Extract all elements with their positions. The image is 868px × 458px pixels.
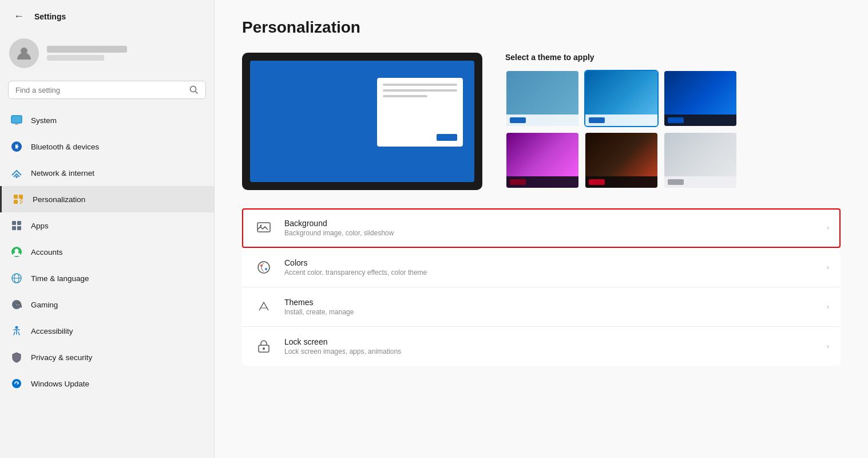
sidebar-item-label-accounts: Accounts	[31, 248, 63, 256]
sidebar-header: ← Settings	[0, 0, 214, 33]
pen-icon	[12, 193, 25, 206]
sidebar-item-privacy[interactable]: Privacy & security	[0, 344, 214, 370]
settings-name-themes: Themes	[284, 298, 354, 307]
sidebar-item-label-apps: Apps	[31, 222, 49, 230]
sidebar-item-network[interactable]: Network & internet	[0, 160, 214, 186]
search-input[interactable]	[15, 86, 185, 94]
svg-rect-8	[19, 195, 23, 199]
settings-text-lock-screen: Lock screen Lock screen images, apps, an…	[284, 337, 401, 356]
preview-line-3	[383, 95, 427, 97]
settings-item-lock-screen[interactable]: Lock screen Lock screen images, apps, an…	[242, 327, 841, 366]
svg-rect-3	[11, 116, 22, 123]
accounts-icon	[10, 246, 23, 258]
settings-item-themes[interactable]: Themes Install, create, manage ›	[242, 287, 841, 327]
theme-card-6[interactable]	[663, 132, 738, 189]
svg-line-2	[196, 92, 198, 94]
settings-name-background: Background	[284, 219, 394, 228]
sidebar-item-time[interactable]: Time & language	[0, 265, 214, 291]
chevron-themes: ›	[827, 303, 829, 311]
colors-icon	[253, 257, 274, 278]
theme-mini-bar-1	[506, 114, 578, 126]
theme-card-bg-3	[664, 71, 736, 126]
preview-line-1	[383, 84, 457, 86]
sidebar-item-gaming[interactable]: 🎮 Gaming	[0, 291, 214, 318]
theme-mini-bar-2	[585, 114, 657, 126]
sidebar-item-label-system: System	[31, 116, 57, 125]
sidebar-item-windows-update[interactable]: Windows Update	[0, 370, 214, 397]
sidebar-item-label-network: Network & internet	[31, 169, 94, 177]
sidebar-item-personalization[interactable]: Personalization	[0, 186, 214, 212]
apps-icon	[10, 219, 23, 232]
settings-list: Background Background image, color, slid…	[242, 208, 841, 366]
settings-item-colors[interactable]: Colors Accent color, transparency effect…	[242, 248, 841, 287]
theme-select-label: Select a theme to apply	[505, 53, 841, 62]
settings-item-background[interactable]: Background Background image, color, slid…	[242, 208, 841, 248]
theme-card-5[interactable]	[584, 132, 659, 189]
svg-rect-10	[12, 221, 16, 225]
theme-select-section: Select a theme to apply	[505, 53, 841, 190]
background-icon	[253, 218, 274, 238]
svg-rect-13	[17, 226, 21, 230]
settings-text-background: Background Background image, color, slid…	[284, 219, 394, 237]
theme-mini-btn-5	[589, 179, 605, 185]
theme-grid	[505, 70, 841, 189]
theme-mini-bar-3	[664, 114, 736, 126]
settings-desc-themes: Install, create, manage	[284, 308, 354, 316]
theme-mini-bar-5	[585, 176, 657, 188]
theme-card-1[interactable]	[505, 70, 580, 127]
preview-window	[377, 78, 463, 147]
theme-card-2[interactable]	[584, 70, 659, 127]
sidebar-item-label-time: Time & language	[31, 274, 89, 283]
search-box[interactable]	[8, 81, 206, 99]
network-icon	[10, 167, 23, 179]
update-icon	[10, 377, 23, 390]
page-title: Personalization	[242, 18, 841, 37]
user-section[interactable]	[0, 33, 214, 77]
settings-name-lock-screen: Lock screen	[284, 337, 401, 346]
sidebar-item-accounts[interactable]: Accounts	[0, 239, 214, 265]
settings-desc-background: Background image, color, slideshow	[284, 229, 394, 237]
sidebar-item-bluetooth[interactable]: Bluetooth & devices	[0, 133, 214, 160]
sidebar-item-label-bluetooth: Bluetooth & devices	[31, 143, 99, 151]
back-button[interactable]: ←	[9, 8, 29, 25]
settings-name-colors: Colors	[284, 258, 427, 267]
svg-point-29	[263, 348, 265, 350]
gaming-icon: 🎮	[10, 298, 23, 311]
svg-rect-7	[14, 195, 18, 199]
svg-point-24	[260, 225, 262, 227]
theme-mini-bar-6	[664, 176, 736, 188]
svg-point-15	[15, 249, 19, 253]
sidebar-item-apps[interactable]: Apps	[0, 212, 214, 239]
themes-icon	[253, 297, 274, 317]
theme-section: Select a theme to apply	[242, 53, 841, 190]
theme-card-4[interactable]	[505, 132, 580, 189]
search-icon	[189, 85, 199, 94]
theme-preview	[242, 53, 482, 190]
main-content: Personalization Select a theme to apply	[215, 0, 868, 458]
user-info	[47, 46, 127, 61]
user-email-placeholder	[47, 55, 104, 61]
sidebar-item-label-privacy: Privacy & security	[31, 353, 92, 362]
chevron-lock-screen: ›	[827, 342, 829, 350]
svg-point-27	[265, 268, 267, 270]
theme-card-bg-4	[506, 133, 578, 188]
theme-card-bg-1	[506, 71, 578, 126]
monitor-icon	[10, 114, 23, 127]
user-name-placeholder	[47, 46, 127, 53]
lock-screen-icon	[253, 336, 274, 357]
sidebar-item-label-accessibility: Accessibility	[31, 327, 73, 335]
settings-desc-colors: Accent color, transparency effects, colo…	[284, 269, 427, 277]
sidebar-item-system[interactable]: System	[0, 107, 214, 133]
svg-rect-11	[17, 221, 21, 225]
svg-point-25	[258, 262, 269, 273]
svg-point-1	[191, 86, 196, 92]
sidebar-item-label-personalization: Personalization	[33, 195, 85, 204]
theme-card-bg-5	[585, 133, 657, 188]
theme-mini-btn-1	[510, 117, 526, 123]
theme-card-3[interactable]	[663, 70, 738, 127]
svg-point-26	[260, 264, 263, 267]
theme-mini-btn-3	[668, 117, 684, 123]
sidebar-item-accessibility[interactable]: Accessibility	[0, 318, 214, 344]
svg-point-21	[15, 326, 18, 329]
svg-point-6	[15, 176, 18, 178]
